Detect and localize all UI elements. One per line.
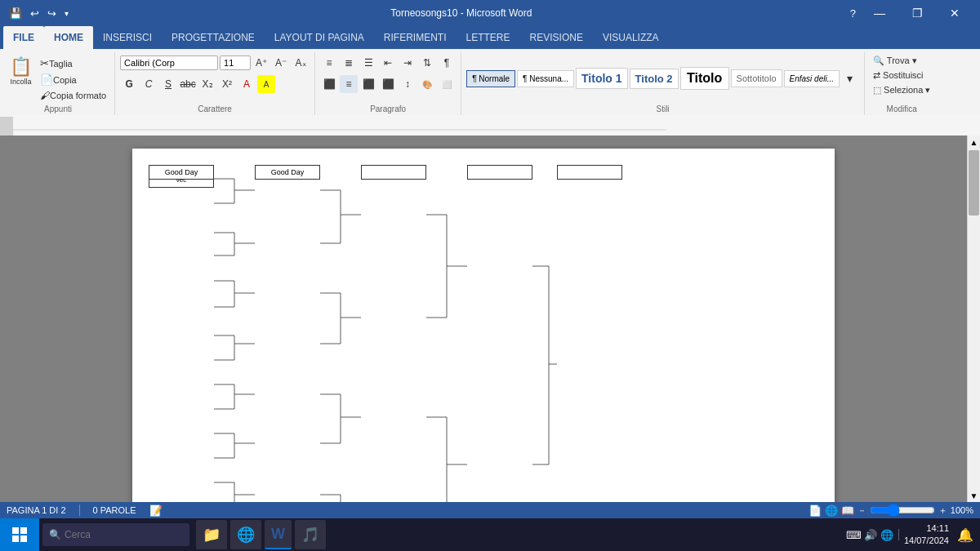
- strikethrough-btn[interactable]: abc: [179, 75, 197, 93]
- chrome-btn[interactable]: 🌐: [230, 520, 261, 549]
- word-taskbar-btn[interactable]: W: [265, 520, 292, 549]
- svg-rect-80: [20, 535, 27, 542]
- indent-decrease-btn[interactable]: ⇤: [379, 54, 397, 72]
- align-left-btn[interactable]: ⬛: [320, 75, 338, 93]
- undo-qat-btn[interactable]: ↩: [28, 6, 42, 21]
- bracket-diagram: Carote Young & Sad 10 Things I Hate Abou…: [149, 165, 818, 502]
- save-qat-btn[interactable]: 💾: [7, 6, 24, 21]
- search-input[interactable]: [65, 529, 179, 540]
- scroll-thumb[interactable]: [969, 150, 979, 216]
- style-titolo[interactable]: Titolo: [680, 67, 729, 90]
- group-appunti: 📋Incolla ✂ Taglia 📄 Copia 🖌 Copia format…: [2, 52, 115, 115]
- underline-btn[interactable]: S: [159, 75, 177, 93]
- highlight-btn[interactable]: A: [257, 75, 275, 93]
- carattere-content: Calibri (Corp 11 A⁺ A⁻ Aₓ G C S abc X₂ X…: [120, 54, 310, 103]
- list-row: ≡ ≣ ☰ ⇤ ⇥ ⇅ ¶: [320, 54, 456, 72]
- help-btn[interactable]: ?: [845, 6, 861, 21]
- zoom-slider[interactable]: [870, 504, 935, 517]
- taglia-btn[interactable]: ✂ Taglia: [37, 56, 109, 71]
- align-right-btn[interactable]: ⬛: [359, 75, 377, 93]
- tab-layout[interactable]: LAYOUT DI PAGINA: [265, 26, 374, 49]
- restore-btn[interactable]: ❐: [898, 0, 936, 26]
- zoom-in-btn[interactable]: ＋: [938, 504, 947, 517]
- font-name-input[interactable]: Calibri (Corp: [120, 56, 218, 70]
- spotify-btn[interactable]: 🎵: [295, 520, 326, 549]
- view-print-btn[interactable]: 📄: [808, 504, 822, 517]
- font-grow-btn[interactable]: A⁺: [252, 54, 270, 72]
- close-btn[interactable]: ✕: [936, 0, 973, 26]
- status-sep-1: [79, 504, 80, 516]
- taskbar-pinned-apps: 📁 🌐 W 🎵: [196, 520, 326, 549]
- tab-lettere[interactable]: LETTERE: [457, 26, 520, 49]
- bullet-list-btn[interactable]: ≡: [320, 54, 338, 72]
- zoom-controls: 📄 🌐 📖 － ＋ 100%: [808, 504, 973, 517]
- tab-riferimenti[interactable]: RIFERIMENTI: [374, 26, 457, 49]
- font-color-btn[interactable]: A: [238, 75, 256, 93]
- tab-inserisci[interactable]: INSERISCI: [93, 26, 162, 49]
- scroll-up-btn[interactable]: ▲: [968, 136, 980, 149]
- show-formatting-btn[interactable]: ¶: [438, 54, 456, 72]
- tab-visualizza[interactable]: VISUALIZZA: [593, 26, 669, 49]
- redo-qat-btn[interactable]: ↪: [45, 6, 59, 21]
- seleziona-btn[interactable]: ⬚ Seleziona ▾: [870, 83, 933, 97]
- superscript-btn[interactable]: X²: [218, 75, 236, 93]
- shading-btn[interactable]: 🎨: [418, 75, 436, 93]
- indent-increase-btn[interactable]: ⇥: [399, 54, 416, 72]
- incolla-btn[interactable]: 📋Incolla: [7, 54, 35, 88]
- sort-btn[interactable]: ⇅: [418, 54, 436, 72]
- border-btn[interactable]: ⬜: [438, 75, 456, 93]
- file-explorer-btn[interactable]: 📁: [196, 520, 227, 549]
- italic-btn[interactable]: C: [140, 75, 158, 93]
- ribbon-tabs: FILE HOME INSERISCI PROGETTAZIONE LAYOUT…: [0, 26, 980, 49]
- proofing-icon[interactable]: 📝: [149, 504, 163, 517]
- align-center-btn[interactable]: ≡: [340, 75, 358, 93]
- word-window: 💾 ↩ ↪ ▾ Torneosongs10 - Microsoft Word ?…: [0, 0, 980, 518]
- tab-revisione[interactable]: REVISIONE: [520, 26, 593, 49]
- tab-home[interactable]: HOME: [44, 26, 93, 49]
- style-normale[interactable]: ¶ Normale: [466, 70, 515, 87]
- r2-goodday: Good Day: [255, 165, 320, 180]
- justify-btn[interactable]: ⬛: [379, 75, 397, 93]
- style-titolo2[interactable]: Titolo 2: [630, 69, 679, 89]
- appunti-buttons: 📋Incolla ✂ Taglia 📄 Copia 🖌 Copia format…: [7, 54, 109, 103]
- minimize-btn[interactable]: —: [861, 0, 898, 26]
- style-sottotitolo[interactable]: Sottotitolo: [731, 69, 782, 87]
- style-nessuna[interactable]: ¶ Nessuna...: [517, 70, 574, 87]
- style-titolo1[interactable]: Titolo 1: [576, 68, 628, 89]
- notification-btn[interactable]: 🔔: [957, 527, 973, 543]
- view-web-btn[interactable]: 🌐: [825, 504, 838, 517]
- copia-btn[interactable]: 📄 Copia: [37, 72, 109, 87]
- trova-btn[interactable]: 🔍 Trova ▾: [870, 54, 920, 68]
- scroll-track[interactable]: [968, 149, 980, 489]
- copia-formato-btn[interactable]: 🖌 Copia formato: [37, 88, 109, 103]
- bold-btn[interactable]: G: [120, 75, 138, 93]
- vertical-scrollbar[interactable]: ▲ ▼: [967, 136, 980, 502]
- outline-list-btn[interactable]: ☰: [359, 54, 377, 72]
- modifica-content: 🔍 Trova ▾ ⇄ Sostituisci ⬚ Seleziona ▾: [870, 54, 933, 103]
- sostituisci-btn[interactable]: ⇄ Sostituisci: [870, 69, 927, 82]
- tab-file[interactable]: FILE: [3, 26, 44, 49]
- taskbar-search[interactable]: 🔍: [42, 523, 189, 546]
- view-read-btn[interactable]: 📖: [841, 504, 854, 517]
- clock-time: 14:11: [904, 522, 949, 535]
- r1-goodday: Good Day: [149, 165, 214, 180]
- line-spacing-btn[interactable]: ↕: [399, 75, 416, 93]
- tab-progettazione[interactable]: PROGETTAZIONE: [162, 26, 265, 49]
- subscript-btn[interactable]: X₂: [198, 75, 216, 93]
- scroll-down-btn[interactable]: ▼: [968, 489, 980, 502]
- format-row: G C S abc X₂ X² A A: [120, 75, 275, 93]
- window-controls: — ❐ ✕: [861, 0, 973, 26]
- start-btn[interactable]: [0, 518, 39, 551]
- qat-customize-btn[interactable]: ▾: [62, 7, 71, 20]
- zoom-out-btn[interactable]: －: [858, 504, 866, 517]
- window-title: Torneosongs10 - Microsoft Word: [78, 7, 845, 19]
- ribbon: FILE HOME INSERISCI PROGETTAZIONE LAYOUT…: [0, 26, 980, 118]
- styles-expand-btn[interactable]: ▾: [841, 69, 859, 87]
- num-list-btn[interactable]: ≣: [340, 54, 358, 72]
- font-size-input[interactable]: 11: [220, 56, 251, 70]
- style-enfasi[interactable]: Enfasi deli...: [784, 70, 840, 87]
- font-shrink-btn[interactable]: A⁻: [272, 54, 290, 72]
- clear-format-btn[interactable]: Aₓ: [292, 54, 310, 72]
- tray-icons: ⌨ 🔊 🌐: [846, 529, 893, 541]
- group-stili: ¶ Normale ¶ Nessuna... Titolo 1 Titolo 2…: [461, 52, 865, 115]
